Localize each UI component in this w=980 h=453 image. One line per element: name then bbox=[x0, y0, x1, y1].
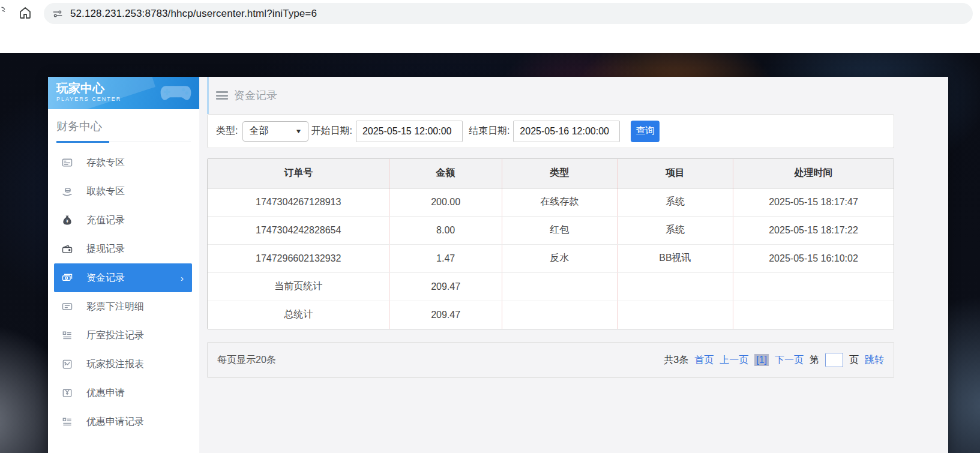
wallet-icon bbox=[61, 243, 73, 255]
table-row: 1747296602132932 1.47 反水 BB视讯 2025-05-15… bbox=[208, 244, 894, 272]
jump-link[interactable]: 跳转 bbox=[865, 354, 884, 367]
table-header-row: 订单号 金额 类型 项目 处理时间 bbox=[208, 159, 894, 188]
moneybag-icon: ¥ bbox=[61, 214, 73, 226]
list-icon bbox=[61, 329, 73, 341]
sidebar-item-label: 优惠申请 bbox=[86, 387, 125, 400]
section-title: 财务中心 bbox=[56, 119, 191, 134]
type-select[interactable]: 全部 ▼ bbox=[242, 121, 308, 142]
cell-amount: 1.47 bbox=[389, 244, 502, 272]
cell-item: 系统 bbox=[617, 216, 733, 244]
pagination-controls: 共3条 首页 上一页 [1] 下一页 第 页 跳转 bbox=[664, 353, 884, 367]
sidebar-item-promo-apply[interactable]: 优惠申请 bbox=[48, 379, 199, 407]
page-title: 资金记录 bbox=[234, 88, 277, 103]
cell-order-no: 1747304267128913 bbox=[208, 188, 389, 216]
chevron-down-icon: ▼ bbox=[295, 128, 302, 134]
cell-empty bbox=[502, 272, 617, 301]
url-text: 52.128.231.253:8783/hhcp/usercenter.html… bbox=[70, 8, 317, 20]
col-item: 项目 bbox=[617, 159, 733, 188]
sidebar-item-label: 玩家投注报表 bbox=[86, 358, 144, 371]
sidebar-item-lottery-bets[interactable]: 彩票下注明细 bbox=[48, 292, 199, 321]
chart-icon bbox=[61, 358, 73, 370]
first-page-link[interactable]: 首页 bbox=[694, 354, 714, 367]
cell-page-total-label: 当前页统计 bbox=[208, 272, 389, 301]
table-row: 1747304267128913 200.00 在线存款 系统 2025-05-… bbox=[208, 188, 894, 216]
col-amount: 金额 bbox=[389, 159, 502, 188]
type-label: 类型: bbox=[216, 125, 238, 137]
end-date-label: 结束日期: bbox=[469, 125, 510, 137]
site-info-icon[interactable] bbox=[52, 8, 63, 19]
sidebar-item-promo-records[interactable]: 优惠申请记录 bbox=[48, 407, 199, 436]
address-bar[interactable]: 52.128.231.253:8783/hhcp/usercenter.html… bbox=[44, 3, 973, 24]
extension-icon[interactable] bbox=[0, 6, 6, 19]
page-header: 资金记录 bbox=[207, 77, 894, 114]
cell-order-no: 1747304242828654 bbox=[208, 216, 389, 244]
cell-process-time: 2025-05-15 18:17:47 bbox=[733, 188, 894, 216]
sidebar-item-withdraw[interactable]: 取款专区 bbox=[48, 177, 199, 206]
player-center-panel: 玩家中心 PLAYERS CENTER 财务中心 存款专区 bbox=[48, 77, 948, 453]
deposit-icon bbox=[61, 157, 73, 169]
jump-prefix-text: 第 bbox=[810, 354, 819, 367]
main-content: 资金记录 类型: 全部 ▼ 开始日期: 结束日期: 查询 订单号 金额 类型 bbox=[199, 77, 948, 453]
sidebar-item-label: 彩票下注明细 bbox=[86, 301, 144, 313]
cell-item: BB视讯 bbox=[617, 244, 733, 272]
cell-type: 反水 bbox=[502, 244, 617, 272]
filter-bar: 类型: 全部 ▼ 开始日期: 结束日期: 查询 bbox=[207, 114, 894, 148]
cell-page-total-amount: 209.47 bbox=[389, 272, 502, 301]
sidebar-item-player-report[interactable]: 玩家投注报表 bbox=[48, 350, 199, 379]
sidebar-item-label: 充值记录 bbox=[86, 214, 125, 227]
cell-empty bbox=[617, 272, 733, 301]
col-process-time: 处理时间 bbox=[733, 159, 894, 188]
cell-item: 系统 bbox=[617, 188, 733, 216]
sidebar: 玩家中心 PLAYERS CENTER 财务中心 存款专区 bbox=[48, 77, 199, 453]
sidebar-item-hall-bets[interactable]: 厅室投注记录 bbox=[48, 321, 199, 350]
sidebar-item-withdraw-records[interactable]: 提现记录 bbox=[48, 235, 199, 263]
table-row-grand-total: 总统计 209.47 bbox=[208, 301, 894, 329]
sidebar-section: 财务中心 bbox=[48, 109, 199, 142]
svg-text:¥: ¥ bbox=[66, 219, 68, 223]
query-button[interactable]: 查询 bbox=[631, 121, 660, 142]
cell-type: 红包 bbox=[502, 216, 617, 244]
col-type: 类型 bbox=[502, 159, 617, 188]
sidebar-item-label: 资金记录 bbox=[86, 272, 125, 284]
sidebar-item-label: 提现记录 bbox=[86, 243, 125, 256]
home-icon[interactable] bbox=[18, 5, 34, 21]
cell-order-no: 1747296602132932 bbox=[208, 244, 389, 272]
cell-empty bbox=[502, 301, 617, 329]
sidebar-menu: 存款专区 取款专区 ¥ 充值记录 提现记录 bbox=[48, 148, 199, 436]
promo-icon bbox=[61, 387, 73, 399]
start-date-input[interactable] bbox=[356, 121, 463, 142]
section-divider bbox=[56, 142, 191, 142]
total-count-text: 共3条 bbox=[664, 354, 688, 367]
next-page-link[interactable]: 下一页 bbox=[775, 354, 804, 367]
sidebar-item-deposit[interactable]: 存款专区 bbox=[48, 148, 199, 177]
cell-grand-total-amount: 209.47 bbox=[389, 301, 502, 329]
prev-page-link[interactable]: 上一页 bbox=[720, 354, 748, 367]
sidebar-logo: 玩家中心 PLAYERS CENTER bbox=[48, 77, 199, 109]
banknotes-icon bbox=[61, 272, 73, 284]
end-date-input[interactable] bbox=[513, 121, 620, 142]
sidebar-item-funds-records[interactable]: 资金记录 › bbox=[54, 263, 192, 292]
sidebar-item-label: 存款专区 bbox=[86, 157, 125, 169]
withdraw-icon bbox=[61, 185, 73, 197]
col-order-no: 订单号 bbox=[208, 159, 389, 188]
cell-type: 在线存款 bbox=[502, 188, 617, 216]
sidebar-item-recharge-records[interactable]: ¥ 充值记录 bbox=[48, 206, 199, 235]
gamepad-icon bbox=[158, 82, 193, 104]
cell-empty bbox=[733, 301, 894, 329]
current-page-indicator[interactable]: [1] bbox=[754, 354, 769, 366]
page-size-text: 每页显示20条 bbox=[217, 354, 276, 367]
list-icon bbox=[61, 416, 73, 428]
bet-detail-icon bbox=[61, 301, 73, 313]
table-row-page-total: 当前页统计 209.47 bbox=[208, 272, 894, 301]
table-row: 1747304242828654 8.00 红包 系统 2025-05-15 1… bbox=[208, 216, 894, 244]
page-jump-input[interactable] bbox=[825, 353, 843, 367]
cell-empty bbox=[733, 272, 894, 301]
cell-process-time: 2025-05-15 16:10:02 bbox=[733, 244, 894, 272]
records-table: 订单号 金额 类型 项目 处理时间 1747304267128913 200.0… bbox=[207, 158, 894, 329]
cell-amount: 8.00 bbox=[389, 216, 502, 244]
chevron-right-icon: › bbox=[181, 273, 184, 283]
browser-toolbar: 52.128.231.253:8783/hhcp/usercenter.html… bbox=[0, 0, 980, 27]
pagination-bar: 每页显示20条 共3条 首页 上一页 [1] 下一页 第 页 跳转 bbox=[207, 342, 894, 378]
cell-amount: 200.00 bbox=[389, 188, 502, 216]
jump-suffix-text: 页 bbox=[849, 354, 859, 367]
